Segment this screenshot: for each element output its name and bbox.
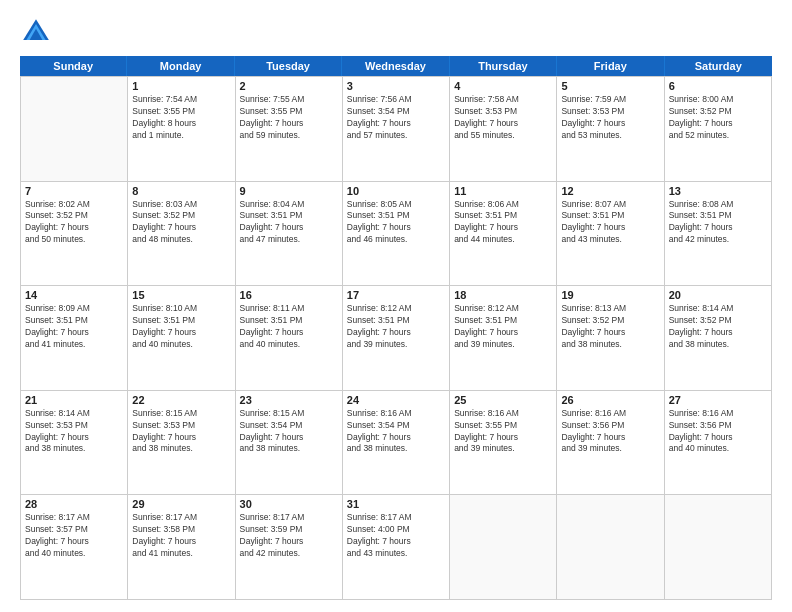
- day-info: Sunrise: 8:12 AM Sunset: 3:51 PM Dayligh…: [347, 303, 445, 351]
- cal-cell: 22Sunrise: 8:15 AM Sunset: 3:53 PM Dayli…: [128, 391, 235, 496]
- cal-cell: 16Sunrise: 8:11 AM Sunset: 3:51 PM Dayli…: [236, 286, 343, 391]
- day-info: Sunrise: 7:56 AM Sunset: 3:54 PM Dayligh…: [347, 94, 445, 142]
- weekday-header-tuesday: Tuesday: [235, 56, 342, 76]
- cal-cell: 1Sunrise: 7:54 AM Sunset: 3:55 PM Daylig…: [128, 77, 235, 182]
- cal-cell: 4Sunrise: 7:58 AM Sunset: 3:53 PM Daylig…: [450, 77, 557, 182]
- day-number: 16: [240, 289, 338, 301]
- cal-cell: 19Sunrise: 8:13 AM Sunset: 3:52 PM Dayli…: [557, 286, 664, 391]
- cal-cell: 20Sunrise: 8:14 AM Sunset: 3:52 PM Dayli…: [665, 286, 772, 391]
- day-info: Sunrise: 8:16 AM Sunset: 3:54 PM Dayligh…: [347, 408, 445, 456]
- day-number: 4: [454, 80, 552, 92]
- day-info: Sunrise: 8:05 AM Sunset: 3:51 PM Dayligh…: [347, 199, 445, 247]
- day-info: Sunrise: 8:14 AM Sunset: 3:52 PM Dayligh…: [669, 303, 767, 351]
- day-number: 27: [669, 394, 767, 406]
- day-info: Sunrise: 8:09 AM Sunset: 3:51 PM Dayligh…: [25, 303, 123, 351]
- day-info: Sunrise: 8:13 AM Sunset: 3:52 PM Dayligh…: [561, 303, 659, 351]
- cal-cell: [21, 77, 128, 182]
- weekday-header-saturday: Saturday: [665, 56, 772, 76]
- cal-cell: [450, 495, 557, 600]
- day-info: Sunrise: 8:14 AM Sunset: 3:53 PM Dayligh…: [25, 408, 123, 456]
- day-info: Sunrise: 8:11 AM Sunset: 3:51 PM Dayligh…: [240, 303, 338, 351]
- day-info: Sunrise: 7:58 AM Sunset: 3:53 PM Dayligh…: [454, 94, 552, 142]
- logo: [20, 16, 58, 48]
- day-info: Sunrise: 8:16 AM Sunset: 3:55 PM Dayligh…: [454, 408, 552, 456]
- day-number: 21: [25, 394, 123, 406]
- day-number: 26: [561, 394, 659, 406]
- day-number: 19: [561, 289, 659, 301]
- day-number: 31: [347, 498, 445, 510]
- day-info: Sunrise: 7:59 AM Sunset: 3:53 PM Dayligh…: [561, 94, 659, 142]
- day-info: Sunrise: 8:17 AM Sunset: 3:58 PM Dayligh…: [132, 512, 230, 560]
- day-number: 22: [132, 394, 230, 406]
- cal-cell: 24Sunrise: 8:16 AM Sunset: 3:54 PM Dayli…: [343, 391, 450, 496]
- day-info: Sunrise: 8:10 AM Sunset: 3:51 PM Dayligh…: [132, 303, 230, 351]
- cal-cell: 2Sunrise: 7:55 AM Sunset: 3:55 PM Daylig…: [236, 77, 343, 182]
- day-number: 5: [561, 80, 659, 92]
- cal-cell: 12Sunrise: 8:07 AM Sunset: 3:51 PM Dayli…: [557, 182, 664, 287]
- cal-cell: 25Sunrise: 8:16 AM Sunset: 3:55 PM Dayli…: [450, 391, 557, 496]
- day-info: Sunrise: 8:04 AM Sunset: 3:51 PM Dayligh…: [240, 199, 338, 247]
- day-info: Sunrise: 8:02 AM Sunset: 3:52 PM Dayligh…: [25, 199, 123, 247]
- day-number: 13: [669, 185, 767, 197]
- day-number: 15: [132, 289, 230, 301]
- weekday-header-sunday: Sunday: [20, 56, 127, 76]
- day-info: Sunrise: 8:07 AM Sunset: 3:51 PM Dayligh…: [561, 199, 659, 247]
- cal-cell: [665, 495, 772, 600]
- day-info: Sunrise: 8:17 AM Sunset: 4:00 PM Dayligh…: [347, 512, 445, 560]
- day-number: 24: [347, 394, 445, 406]
- cal-cell: [557, 495, 664, 600]
- weekday-header-wednesday: Wednesday: [342, 56, 449, 76]
- day-number: 20: [669, 289, 767, 301]
- day-number: 28: [25, 498, 123, 510]
- day-number: 6: [669, 80, 767, 92]
- cal-cell: 23Sunrise: 8:15 AM Sunset: 3:54 PM Dayli…: [236, 391, 343, 496]
- cal-cell: 13Sunrise: 8:08 AM Sunset: 3:51 PM Dayli…: [665, 182, 772, 287]
- day-number: 2: [240, 80, 338, 92]
- cal-cell: 26Sunrise: 8:16 AM Sunset: 3:56 PM Dayli…: [557, 391, 664, 496]
- cal-cell: 30Sunrise: 8:17 AM Sunset: 3:59 PM Dayli…: [236, 495, 343, 600]
- cal-cell: 7Sunrise: 8:02 AM Sunset: 3:52 PM Daylig…: [21, 182, 128, 287]
- weekday-header-thursday: Thursday: [450, 56, 557, 76]
- day-number: 30: [240, 498, 338, 510]
- cal-cell: 31Sunrise: 8:17 AM Sunset: 4:00 PM Dayli…: [343, 495, 450, 600]
- day-number: 23: [240, 394, 338, 406]
- calendar: SundayMondayTuesdayWednesdayThursdayFrid…: [20, 56, 772, 600]
- cal-cell: 8Sunrise: 8:03 AM Sunset: 3:52 PM Daylig…: [128, 182, 235, 287]
- cal-cell: 14Sunrise: 8:09 AM Sunset: 3:51 PM Dayli…: [21, 286, 128, 391]
- day-number: 10: [347, 185, 445, 197]
- day-number: 9: [240, 185, 338, 197]
- day-info: Sunrise: 8:17 AM Sunset: 3:57 PM Dayligh…: [25, 512, 123, 560]
- cal-cell: 21Sunrise: 8:14 AM Sunset: 3:53 PM Dayli…: [21, 391, 128, 496]
- cal-cell: 15Sunrise: 8:10 AM Sunset: 3:51 PM Dayli…: [128, 286, 235, 391]
- weekday-header-friday: Friday: [557, 56, 664, 76]
- calendar-header: SundayMondayTuesdayWednesdayThursdayFrid…: [20, 56, 772, 76]
- day-number: 25: [454, 394, 552, 406]
- weekday-header-monday: Monday: [127, 56, 234, 76]
- day-info: Sunrise: 8:16 AM Sunset: 3:56 PM Dayligh…: [561, 408, 659, 456]
- day-number: 7: [25, 185, 123, 197]
- day-number: 1: [132, 80, 230, 92]
- calendar-body: 1Sunrise: 7:54 AM Sunset: 3:55 PM Daylig…: [20, 76, 772, 600]
- day-info: Sunrise: 8:08 AM Sunset: 3:51 PM Dayligh…: [669, 199, 767, 247]
- day-number: 14: [25, 289, 123, 301]
- cal-cell: 5Sunrise: 7:59 AM Sunset: 3:53 PM Daylig…: [557, 77, 664, 182]
- cal-cell: 11Sunrise: 8:06 AM Sunset: 3:51 PM Dayli…: [450, 182, 557, 287]
- cal-cell: 17Sunrise: 8:12 AM Sunset: 3:51 PM Dayli…: [343, 286, 450, 391]
- day-info: Sunrise: 8:16 AM Sunset: 3:56 PM Dayligh…: [669, 408, 767, 456]
- cal-cell: 3Sunrise: 7:56 AM Sunset: 3:54 PM Daylig…: [343, 77, 450, 182]
- day-number: 3: [347, 80, 445, 92]
- day-info: Sunrise: 7:55 AM Sunset: 3:55 PM Dayligh…: [240, 94, 338, 142]
- cal-cell: 9Sunrise: 8:04 AM Sunset: 3:51 PM Daylig…: [236, 182, 343, 287]
- cal-cell: 6Sunrise: 8:00 AM Sunset: 3:52 PM Daylig…: [665, 77, 772, 182]
- day-number: 8: [132, 185, 230, 197]
- day-info: Sunrise: 8:03 AM Sunset: 3:52 PM Dayligh…: [132, 199, 230, 247]
- day-number: 11: [454, 185, 552, 197]
- day-info: Sunrise: 8:12 AM Sunset: 3:51 PM Dayligh…: [454, 303, 552, 351]
- cal-cell: 27Sunrise: 8:16 AM Sunset: 3:56 PM Dayli…: [665, 391, 772, 496]
- header: [20, 16, 772, 48]
- cal-cell: 28Sunrise: 8:17 AM Sunset: 3:57 PM Dayli…: [21, 495, 128, 600]
- day-number: 17: [347, 289, 445, 301]
- page: SundayMondayTuesdayWednesdayThursdayFrid…: [0, 0, 792, 612]
- day-number: 29: [132, 498, 230, 510]
- day-info: Sunrise: 7:54 AM Sunset: 3:55 PM Dayligh…: [132, 94, 230, 142]
